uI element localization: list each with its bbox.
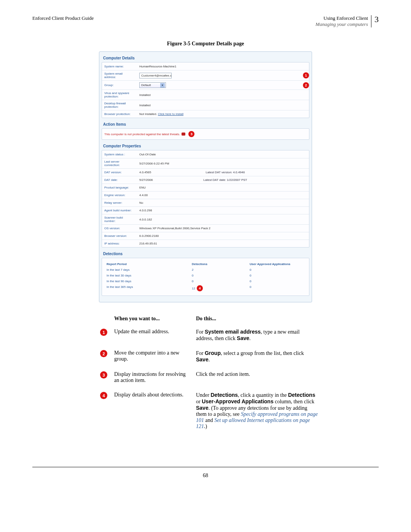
property-value: 4.0.4565 bbox=[137, 169, 204, 176]
install-link[interactable]: Click here to install bbox=[158, 112, 183, 116]
property-label: Browser version: bbox=[102, 233, 137, 239]
detections-cell: 2 bbox=[190, 267, 248, 273]
email-field[interactable]: Customer4@mcafee.c bbox=[139, 73, 172, 78]
detections-header: Report PeriodDetectionsUser Approved App… bbox=[105, 261, 306, 267]
property-row: Product language:ENU bbox=[102, 184, 309, 191]
property-value: 216.49.85.61 bbox=[137, 240, 309, 247]
group-select[interactable]: Default▾ bbox=[139, 82, 166, 88]
chevron-down-icon[interactable]: ▾ bbox=[160, 83, 165, 88]
details-label: System email address: bbox=[102, 70, 137, 80]
report-period[interactable]: In the last 30 days bbox=[105, 273, 190, 278]
callout-badge: 4 bbox=[197, 285, 203, 291]
instruction-do: Under Detections, click a quantity in th… bbox=[196, 392, 318, 430]
detections-row: In the last 365 days1240 bbox=[105, 284, 306, 292]
property-label: OS version: bbox=[102, 225, 137, 232]
property-value: 4.0.0.298 bbox=[137, 207, 309, 214]
report-period[interactable]: In the last 365 days bbox=[105, 284, 190, 292]
instruction-row: 1Update the email address.For System ema… bbox=[93, 329, 318, 342]
property-label: Product language: bbox=[102, 184, 137, 191]
property-value: 4.0.0.182 bbox=[137, 216, 309, 223]
detections-panel: Report PeriodDetectionsUser Approved App… bbox=[102, 258, 309, 296]
detections-header-cell: Detections bbox=[190, 261, 248, 267]
header-right: Using Enforced Client Managing your comp… bbox=[315, 15, 379, 27]
property-value: No bbox=[137, 200, 309, 206]
detections-row: In the last 30 days00 bbox=[105, 273, 306, 278]
figure-title: Figure 3-5 Computer Details page bbox=[32, 41, 379, 47]
detections-row: In the last 7 days20 bbox=[105, 267, 306, 273]
details-label: Virus and spyware protection: bbox=[102, 90, 137, 100]
instruction-do: Click the red action item. bbox=[196, 371, 318, 383]
instruction-row: 2Move the computer into a new group.For … bbox=[93, 350, 318, 363]
details-label: Group: bbox=[102, 82, 137, 88]
property-label: IP address: bbox=[102, 240, 137, 247]
property-label: DAT version: bbox=[102, 169, 137, 176]
details-row: Virus and spyware protection:Installed bbox=[102, 89, 309, 100]
instruction-callout: 4 bbox=[100, 392, 107, 399]
instruction-callout: 2 bbox=[100, 350, 107, 357]
callout-badge: 1 bbox=[303, 72, 309, 78]
instruction-callout: 1 bbox=[100, 329, 107, 336]
property-label: Agent build number: bbox=[102, 207, 137, 214]
details-label: System name: bbox=[102, 63, 137, 70]
property-value: 5/27/2006 6:22:45 PM bbox=[137, 160, 309, 167]
user-approved-count[interactable]: 0 bbox=[248, 267, 306, 273]
detection-count[interactable]: 12 bbox=[192, 287, 195, 290]
user-approved-count[interactable]: 0 bbox=[248, 278, 306, 284]
property-extra: Latest DAT version: 4.0.4946 bbox=[204, 169, 247, 176]
details-row: Browser protection:Not Installed. Click … bbox=[102, 110, 309, 118]
instruction-do: For Group, select a group from the list,… bbox=[196, 350, 318, 363]
detection-count[interactable]: 0 bbox=[192, 274, 193, 277]
report-period[interactable]: In the last 90 days bbox=[105, 278, 190, 284]
instructions-header-do: Do this... bbox=[196, 316, 318, 322]
callout-badge: 3 bbox=[188, 131, 194, 137]
section-action-items-title: Action Items bbox=[102, 120, 309, 128]
detection-count[interactable]: 0 bbox=[192, 280, 193, 283]
property-row: Browser version:6.0.2900.2180 bbox=[102, 232, 309, 240]
report-period[interactable]: In the last 7 days bbox=[105, 267, 190, 273]
instruction-do: For System email address, type a new ema… bbox=[196, 329, 318, 342]
callout-badge: 2 bbox=[303, 82, 309, 88]
details-row: System name:HumanResource-Machine1 bbox=[102, 62, 309, 70]
property-row: OS version:Windows XP Professional,Build… bbox=[102, 224, 309, 232]
property-row: IP address:216.49.85.61 bbox=[102, 240, 309, 247]
property-label: Last server connection: bbox=[102, 158, 137, 168]
details-value: Not Installed. Click here to install bbox=[137, 111, 309, 117]
action-item-text[interactable]: This computer is not protected against t… bbox=[104, 133, 180, 136]
page-header: Enforced Client Product Guide Using Enfo… bbox=[32, 15, 379, 27]
section-computer-details-title: Computer Details bbox=[102, 54, 309, 62]
property-row: Agent build number:4.0.0.298 bbox=[102, 206, 309, 214]
instruction-want: Move the computer into a new group. bbox=[114, 350, 196, 363]
property-extra: Latest DAT date: 1/22/2007 PST bbox=[201, 177, 250, 183]
instruction-callout: 3 bbox=[100, 371, 107, 379]
property-value: ENU bbox=[137, 184, 309, 191]
detections-cell: 0 bbox=[190, 278, 248, 284]
details-row: Group:Default▾2 bbox=[102, 80, 309, 89]
arrow-icon[interactable] bbox=[182, 133, 185, 136]
property-row: Engine version:4.4.00 bbox=[102, 191, 309, 199]
property-value: 6.0.2900.2180 bbox=[137, 233, 309, 239]
user-approved-count[interactable]: 0 bbox=[248, 273, 306, 278]
section-detections-title: Detections bbox=[102, 250, 309, 258]
properties-panel: System status :Out-Of-DateLast server co… bbox=[102, 150, 309, 248]
property-label: Engine version: bbox=[102, 192, 137, 198]
property-label: Scanner build number: bbox=[102, 214, 137, 224]
details-label: Browser protection: bbox=[102, 111, 137, 117]
instruction-row: 3Display instructions for resolving an a… bbox=[93, 371, 318, 383]
header-subsection: Managing your computers bbox=[315, 21, 368, 27]
property-label: DAT date: bbox=[102, 177, 137, 183]
computer-details-panel: System name:HumanResource-Machine1System… bbox=[102, 62, 309, 118]
instruction-want: Display instructions for resolving an ac… bbox=[114, 371, 196, 383]
header-left: Enforced Client Product Guide bbox=[32, 15, 94, 27]
property-row: DAT date:5/27/2006Latest DAT date: 1/22/… bbox=[102, 176, 309, 184]
details-row: Desktop firewall protection:Installed bbox=[102, 100, 309, 110]
property-label: Relay server: bbox=[102, 200, 137, 206]
details-value: Installed bbox=[137, 102, 309, 109]
details-row: System email address:Customer4@mcafee.c1 bbox=[102, 70, 309, 80]
instruction-row: 4Display details about detections.Under … bbox=[93, 392, 318, 430]
header-section: Using Enforced Client bbox=[315, 15, 368, 21]
user-approved-count[interactable]: 0 bbox=[248, 284, 306, 292]
property-row: DAT version:4.0.4565Latest DAT version: … bbox=[102, 168, 309, 176]
property-value: Out-Of-Date bbox=[137, 151, 309, 158]
detection-count[interactable]: 2 bbox=[192, 268, 193, 272]
details-label: Desktop firewall protection: bbox=[102, 100, 137, 110]
